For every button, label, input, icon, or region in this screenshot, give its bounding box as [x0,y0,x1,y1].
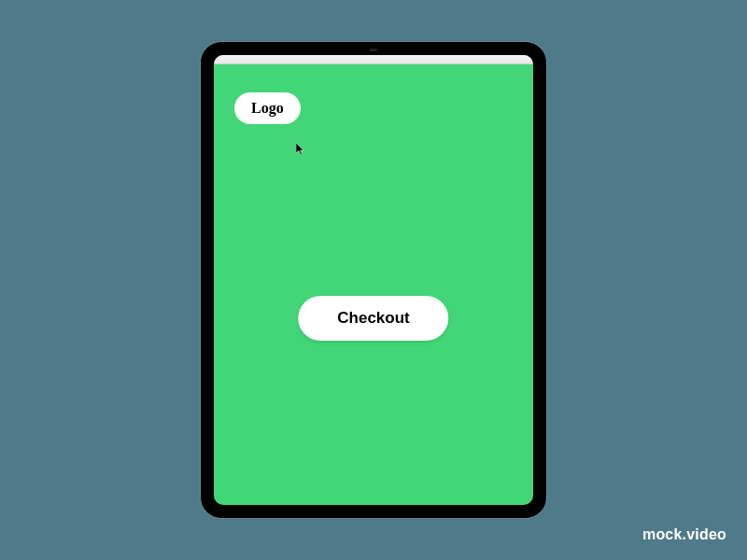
checkout-button[interactable]: Checkout [298,296,448,341]
logo-text: Logo [251,100,284,116]
checkout-button-label: Checkout [337,309,409,327]
tablet-device-frame: Logo Checkout [201,42,546,518]
tablet-screen: Logo Checkout [214,55,533,505]
tablet-camera-icon [370,49,377,51]
logo-badge[interactable]: Logo [234,92,301,124]
watermark-text: mock.video [642,526,726,543]
cursor-icon [296,143,305,158]
app-content: Logo Checkout [214,64,533,505]
browser-top-bar [214,55,533,64]
